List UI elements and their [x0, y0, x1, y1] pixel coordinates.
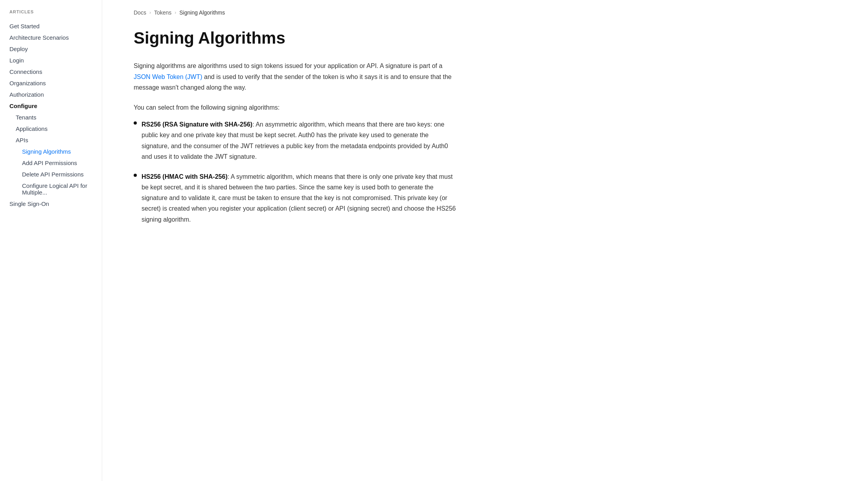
- main-content: Docs › Tokens › Signing Algorithms Signi…: [102, 0, 495, 481]
- algo-item-hs256: HS256 (HMAC with SHA-256): A symmetric a…: [134, 171, 456, 225]
- bullet-dot: [134, 121, 137, 125]
- sidebar-item-signing-algorithms[interactable]: Signing Algorithms: [9, 146, 102, 157]
- sidebar-item-login[interactable]: Login: [9, 55, 102, 66]
- breadcrumb-sep-2: ›: [175, 10, 176, 15]
- sidebar-item-get-started[interactable]: Get Started: [9, 20, 102, 32]
- algo-text-rs256: RS256 (RSA Signature with SHA-256): An a…: [142, 119, 456, 162]
- sidebar-item-organizations[interactable]: Organizations: [9, 77, 102, 89]
- sidebar-item-deploy[interactable]: Deploy: [9, 43, 102, 55]
- sidebar-item-single-sign-on[interactable]: Single Sign-On: [9, 198, 102, 209]
- sidebar-item-applications[interactable]: Applications: [9, 123, 102, 134]
- page-title: Signing Algorithms: [134, 28, 464, 48]
- intro-paragraph: Signing algorithms are algorithms used t…: [134, 61, 456, 93]
- algo-desc-hs256: : A symmetric algorithm, which means tha…: [142, 173, 456, 223]
- sidebar-item-configure[interactable]: Configure: [9, 100, 102, 112]
- list-intro: You can select from the following signin…: [134, 102, 456, 113]
- sidebar-section-label: ARTICLES: [9, 9, 102, 14]
- sidebar-item-add-api-permissions[interactable]: Add API Permissions: [9, 157, 102, 169]
- algo-name-rs256: RS256 (RSA Signature with SHA-256): [142, 121, 252, 128]
- sidebar-item-authorization[interactable]: Authorization: [9, 89, 102, 100]
- bullet-dot: [134, 174, 137, 177]
- jwt-link[interactable]: JSON Web Token (JWT): [134, 73, 202, 80]
- algo-text-hs256: HS256 (HMAC with SHA-256): A symmetric a…: [142, 171, 456, 225]
- sidebar-item-configure-logical-api[interactable]: Configure Logical API for Multiple...: [9, 180, 102, 198]
- breadcrumb-current: Signing Algorithms: [179, 9, 225, 16]
- sidebar-item-connections[interactable]: Connections: [9, 66, 102, 77]
- sidebar-item-delete-api-permissions[interactable]: Delete API Permissions: [9, 169, 102, 180]
- algo-item-rs256: RS256 (RSA Signature with SHA-256): An a…: [134, 119, 456, 162]
- algo-name-hs256: HS256 (HMAC with SHA-256): [142, 173, 228, 180]
- breadcrumb-tokens[interactable]: Tokens: [154, 9, 171, 16]
- breadcrumb-docs[interactable]: Docs: [134, 9, 146, 16]
- intro-text-before: Signing algorithms are algorithms used t…: [134, 62, 442, 69]
- sidebar-item-tenants[interactable]: Tenants: [9, 112, 102, 123]
- algorithm-list: RS256 (RSA Signature with SHA-256): An a…: [134, 119, 456, 225]
- sidebar-item-apis[interactable]: APIs: [9, 134, 102, 146]
- breadcrumb-sep-1: ›: [149, 10, 151, 15]
- breadcrumb: Docs › Tokens › Signing Algorithms: [134, 9, 464, 16]
- content-section: Signing algorithms are algorithms used t…: [134, 61, 456, 224]
- sidebar: ARTICLES Get StartedArchitecture Scenari…: [0, 0, 102, 481]
- sidebar-item-architecture-scenarios[interactable]: Architecture Scenarios: [9, 32, 102, 43]
